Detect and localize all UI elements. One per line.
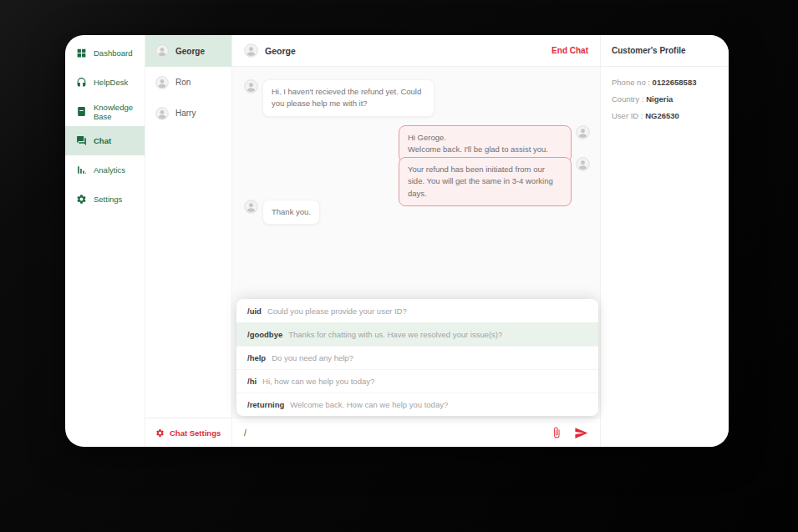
dashboard-grid-icon xyxy=(76,48,87,58)
chat-bubbles-icon xyxy=(76,135,87,146)
contact-name: Harry xyxy=(175,109,196,118)
attachment-paperclip-icon[interactable] xyxy=(551,427,562,438)
agent-avatar-icon xyxy=(576,125,590,139)
contact-item-ron[interactable]: Ron xyxy=(145,67,231,98)
message-bubble: Thank you. xyxy=(262,200,320,225)
customer-avatar-icon xyxy=(244,200,258,214)
customer-profile-panel: Customer's Profile Phone no : 0122658583… xyxy=(600,35,729,447)
command-item-uid[interactable]: /uid Could you please provide your user … xyxy=(236,299,598,322)
profile-field-value: 0122658583 xyxy=(653,78,697,87)
command-description: Do you need any help? xyxy=(272,353,353,362)
sidebar-item-label: Chat xyxy=(94,136,111,145)
contact-avatar-icon xyxy=(155,44,169,58)
contact-name: George xyxy=(175,47,205,56)
message-bubble: Your refund has been initiated from our … xyxy=(399,157,572,206)
command-key: /uid xyxy=(247,307,262,316)
contact-avatar-icon xyxy=(155,107,169,120)
contact-item-harry[interactable]: Harry xyxy=(145,98,231,129)
chat-settings-label: Chat Settings xyxy=(170,428,221,438)
command-description: Hi, how can we help you today? xyxy=(262,377,374,386)
gear-icon xyxy=(76,194,87,205)
profile-field-userid: User ID : NG26530 xyxy=(612,111,718,120)
command-description: Thanks for chatting with us. Have we res… xyxy=(288,330,502,339)
command-key: /goodbye xyxy=(247,330,282,339)
gear-icon xyxy=(155,428,165,438)
contact-avatar-icon xyxy=(155,76,169,89)
command-suggestions-popup: /uid Could you please provide your user … xyxy=(236,299,598,416)
profile-field-value: NG26530 xyxy=(645,111,679,120)
profile-field-value: Nigeria xyxy=(646,94,673,104)
sidebar-item-label: Analytics xyxy=(94,165,125,175)
message-bubble: Hi. I haven't recieved the refund yet. C… xyxy=(262,79,435,117)
command-item-help[interactable]: /help Do you need any help? xyxy=(236,346,598,369)
sidebar-item-label: Settings xyxy=(94,195,122,204)
agent-avatar-icon xyxy=(576,157,590,171)
profile-field-label: Country : xyxy=(612,94,646,104)
message-input[interactable] xyxy=(244,428,539,438)
profile-field-label: Phone no : xyxy=(612,78,653,87)
message-customer: Hi. I haven't recieved the refund yet. C… xyxy=(244,79,435,117)
chat-panel: George End Chat Hi. I haven't recieved t… xyxy=(232,35,600,447)
profile-field-label: User ID : xyxy=(612,111,645,120)
chat-header-avatar-icon xyxy=(244,43,258,58)
sidebar-item-label: Dashboard xyxy=(94,48,132,58)
chat-header-name: George xyxy=(265,46,296,56)
customer-profile-body: Phone no : 0122658583 Country : Nigeria … xyxy=(601,67,729,139)
command-item-returning[interactable]: /returning Welcome back. How can we help… xyxy=(236,393,598,416)
headset-icon xyxy=(76,77,87,88)
end-chat-button[interactable]: End Chat xyxy=(551,46,588,55)
contact-list: George Ron Harry Chat Settings xyxy=(145,35,232,447)
contact-item-george[interactable]: George xyxy=(145,35,231,67)
bar-chart-icon xyxy=(76,165,87,175)
message-input-bar xyxy=(232,418,600,447)
sidebar-item-dashboard[interactable]: Dashboard xyxy=(65,38,145,68)
chat-header: George End Chat xyxy=(232,35,600,67)
command-key: /returning xyxy=(247,400,284,409)
sidebar-item-settings[interactable]: Settings xyxy=(65,185,145,214)
command-item-hi[interactable]: /hi Hi, how can we help you today? xyxy=(236,369,598,393)
send-icon[interactable] xyxy=(574,426,588,440)
main-sidebar: Dashboard HelpDesk Knowledge Base Chat A… xyxy=(65,35,145,447)
command-description: Could you please provide your user ID? xyxy=(267,307,407,316)
app-window: Dashboard HelpDesk Knowledge Base Chat A… xyxy=(65,35,729,447)
sidebar-item-analytics[interactable]: Analytics xyxy=(65,155,145,185)
command-key: /hi xyxy=(247,377,257,386)
sidebar-item-label: Knowledge Base xyxy=(94,103,145,121)
sidebar-item-chat[interactable]: Chat xyxy=(65,126,145,155)
message-customer: Thank you. xyxy=(244,200,320,225)
command-description: Welcome back. How can we help you today? xyxy=(290,400,448,409)
sidebar-item-helpdesk[interactable]: HelpDesk xyxy=(65,68,145,97)
customer-avatar-icon xyxy=(244,79,258,94)
book-icon xyxy=(76,106,87,117)
contact-name: Ron xyxy=(175,78,191,87)
sidebar-item-knowledge-base[interactable]: Knowledge Base xyxy=(65,97,145,126)
command-key: /help xyxy=(247,353,266,362)
profile-field-country: Country : Nigeria xyxy=(612,94,718,104)
customer-profile-title: Customer's Profile xyxy=(601,35,729,67)
sidebar-item-label: HelpDesk xyxy=(94,78,128,87)
profile-field-phone: Phone no : 0122658583 xyxy=(612,78,718,87)
command-item-goodbye[interactable]: /goodbye Thanks for chatting with us. Ha… xyxy=(236,322,598,346)
contact-list-spacer xyxy=(145,129,231,418)
message-agent: Your refund has been initiated from our … xyxy=(399,157,590,206)
chat-settings-button[interactable]: Chat Settings xyxy=(145,418,231,447)
